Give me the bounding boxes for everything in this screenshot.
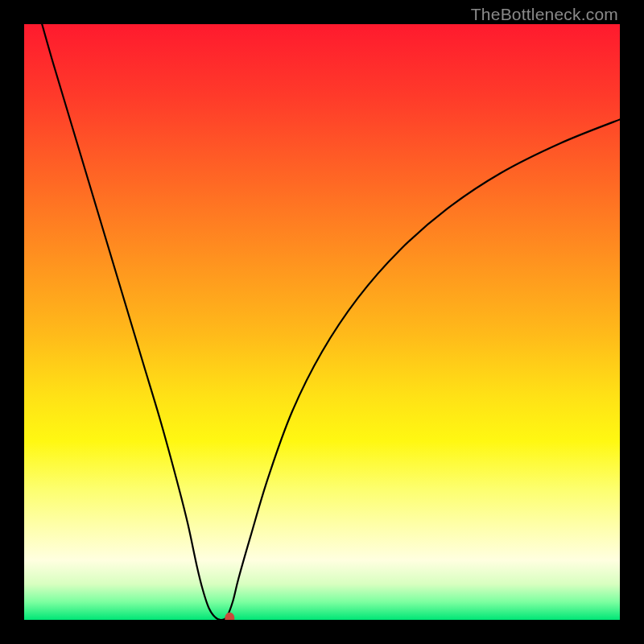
chart-frame: TheBottleneck.com [0,0,644,644]
watermark-text: TheBottleneck.com [471,5,618,24]
curve-svg [24,24,620,620]
minimum-marker [225,613,234,620]
plot-area [24,24,620,620]
bottleneck-curve [42,24,620,620]
